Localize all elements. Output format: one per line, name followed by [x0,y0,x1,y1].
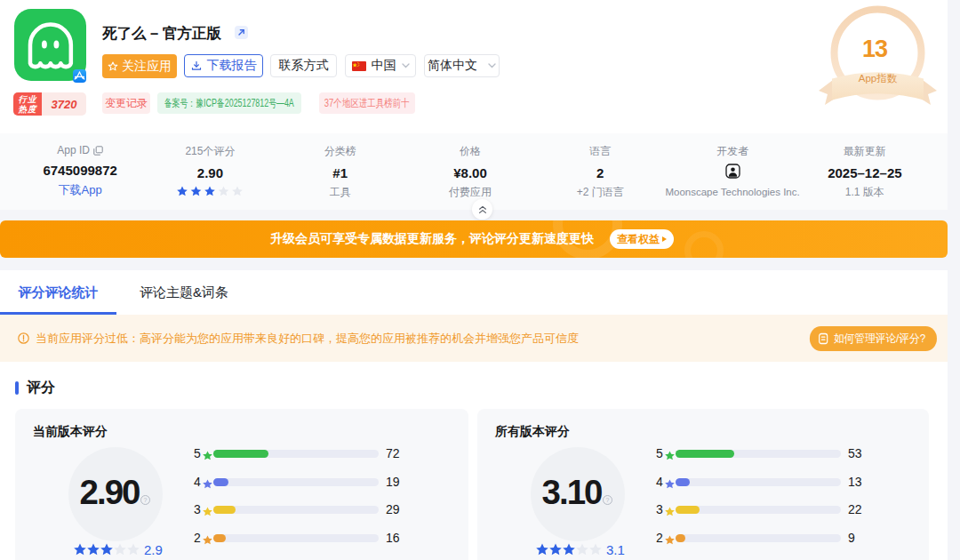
svg-text:13: 13 [862,36,888,62]
svg-text:App指数: App指数 [859,73,898,84]
